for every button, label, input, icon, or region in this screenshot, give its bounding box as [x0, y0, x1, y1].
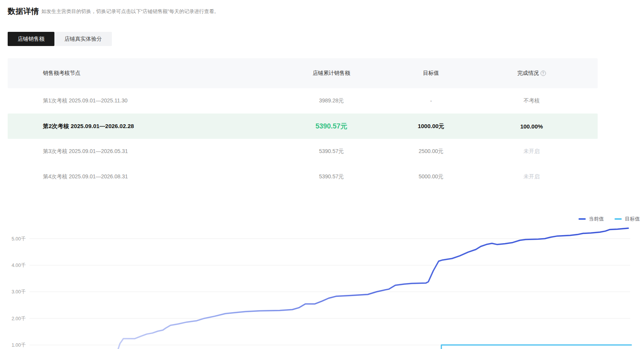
table-row: 第1次考核 2025.09.01—2025.11.303989.28元-不考核 — [8, 88, 598, 114]
y-axis-tick-labels: 5.00千4.00千3.00千2.00千1.00千 — [11, 236, 26, 348]
assessment-table: 销售额考核节点 店铺累计销售额 目标值 完成情况 ? 第1次考核 2025.09… — [8, 58, 598, 189]
cell-target: - — [372, 98, 490, 104]
chart-gridlines — [29, 239, 630, 345]
column-header-target: 目标值 — [372, 70, 490, 77]
cell-target: 1000.00元 — [372, 123, 490, 130]
tab-bar: 店铺销售额 店铺真实体验分 — [8, 32, 112, 46]
cell-sales: 5390.57元 — [291, 173, 372, 180]
cell-status: 100.00% — [490, 123, 573, 130]
y-tick-label: 3.00千 — [11, 289, 26, 295]
cell-node: 第4次考核 2025.09.01—2026.08.31 — [8, 173, 291, 180]
help-icon[interactable]: ? — [541, 71, 546, 76]
column-header-node: 销售额考核节点 — [8, 70, 291, 77]
column-header-sales: 店铺累计销售额 — [291, 70, 372, 77]
chart-legend: 当前值 目标值 — [578, 216, 640, 222]
cell-sales: 5390.57元 — [291, 122, 372, 131]
cell-sales: 5390.57元 — [291, 148, 372, 155]
cell-target: 2500.00元 — [372, 148, 490, 155]
legend-item-target[interactable]: 目标值 — [615, 216, 640, 222]
cell-status: 未开启 — [490, 173, 573, 180]
page-header: 数据详情如发生主营类目的切换，切换记录可点击以下“店铺销售额”每天的记录进行查看… — [8, 6, 636, 16]
cell-node: 第2次考核 2025.09.01—2026.02.28 — [8, 123, 291, 130]
cell-node: 第3次考核 2025.09.01—2026.05.31 — [8, 148, 291, 155]
cell-node: 第1次考核 2025.09.01—2025.11.30 — [8, 97, 291, 104]
current-value-line — [117, 228, 628, 349]
tab-shop-sales[interactable]: 店铺销售额 — [8, 32, 54, 46]
y-tick-label: 5.00千 — [11, 236, 26, 242]
column-header-status: 完成情况 ? — [490, 70, 573, 77]
legend-item-current[interactable]: 当前值 — [578, 216, 604, 222]
current-value-line-swatch — [578, 218, 586, 220]
sales-trend-chart: 当前值 目标值 5.00千4.00千3.00千2.00千1.00千 — [0, 191, 644, 349]
column-header-status-label: 完成情况 — [518, 70, 539, 77]
table-body: 第1次考核 2025.09.01—2025.11.303989.28元-不考核第… — [8, 88, 598, 189]
page-subtitle: 如发生主营类目的切换，切换记录可点击以下“店铺销售额”每天的记录进行查看。 — [41, 8, 219, 14]
table-row: 第4次考核 2025.09.01—2026.08.315390.57元5000.… — [8, 164, 598, 189]
target-value-line — [441, 345, 631, 349]
page-title: 数据详情 — [8, 7, 39, 15]
target-value-line-swatch — [615, 218, 622, 220]
table-header-row: 销售额考核节点 店铺累计销售额 目标值 完成情况 ? — [8, 58, 598, 88]
line-chart-canvas: 5.00千4.00千3.00千2.00千1.00千 — [0, 191, 644, 349]
legend-label-current: 当前值 — [589, 216, 604, 222]
tab-shop-experience-score[interactable]: 店铺真实体验分 — [54, 32, 112, 46]
cell-target: 5000.00元 — [372, 173, 490, 180]
y-tick-label: 4.00千 — [11, 263, 26, 268]
table-row: 第3次考核 2025.09.01—2026.05.315390.57元2500.… — [8, 139, 598, 164]
legend-label-target: 目标值 — [625, 216, 640, 222]
cell-status: 未开启 — [490, 148, 573, 155]
table-row: 第2次考核 2025.09.01—2026.02.285390.57元1000.… — [8, 114, 598, 139]
cell-status: 不考核 — [490, 97, 573, 104]
cell-sales: 3989.28元 — [291, 97, 372, 104]
y-tick-label: 2.00千 — [11, 316, 26, 321]
y-tick-label: 1.00千 — [11, 342, 26, 348]
